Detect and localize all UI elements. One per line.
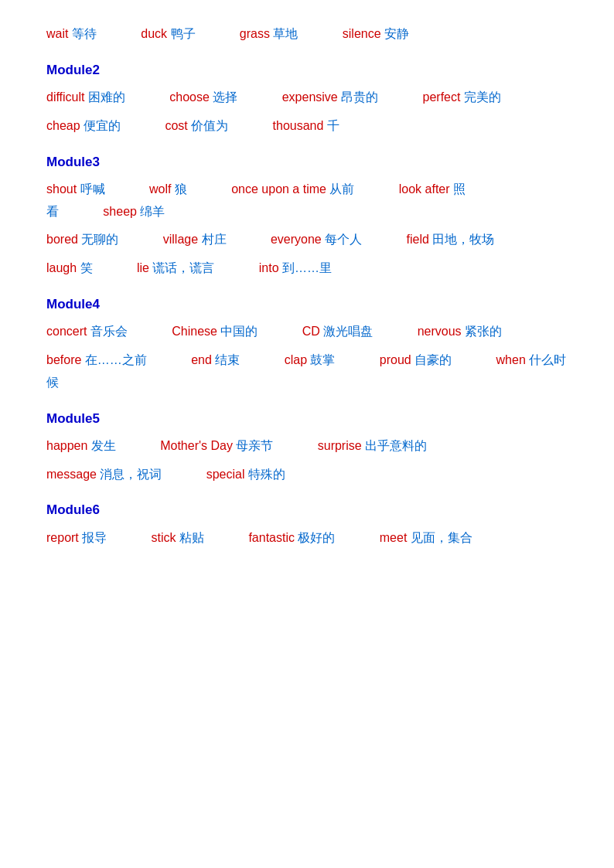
vocab-line: bored 无聊的 village 村庄 everyone 每个人 field … xyxy=(46,229,568,251)
module-title-module2: Module2 xyxy=(46,60,568,80)
vocab-pair: Chinese 中国的 xyxy=(162,325,258,338)
vocab-pair: before 在……之前 xyxy=(46,353,147,366)
vocab-pair: special 特殊的 xyxy=(196,468,285,481)
vocab-line: difficult 困难的 choose 选择 expensive 昂贵的 pe… xyxy=(46,87,568,109)
english-word: concert xyxy=(46,325,87,338)
english-word: field xyxy=(407,233,429,246)
vocab-line: cheap 便宜的 cost 价值为 thousand 千 xyxy=(46,115,568,138)
chinese-translation: 自豪的 xyxy=(414,353,452,366)
vocab-pair: thousand 千 xyxy=(262,119,339,132)
chinese-translation: 在……之前 xyxy=(85,353,147,366)
vocab-pair: surprise 出乎意料的 xyxy=(307,439,427,452)
english-word: wolf xyxy=(149,182,171,196)
english-word: proud xyxy=(380,353,411,366)
chinese-translation: 完美的 xyxy=(464,90,501,104)
chinese-translation: 笑 xyxy=(80,261,93,274)
chinese-translation: 价值为 xyxy=(191,119,228,132)
vocab-pair: message 消息，祝词 xyxy=(46,468,162,481)
chinese-translation: 草地 xyxy=(273,27,298,40)
vocab-pair: laugh 笑 xyxy=(46,261,93,274)
vocab-pair: wolf 狼 xyxy=(139,182,187,196)
chinese-translation: 母亲节 xyxy=(236,439,273,452)
english-word: happen xyxy=(46,439,87,452)
chinese-translation: 每个人 xyxy=(325,233,362,246)
english-word: message xyxy=(46,468,97,481)
vocab-pair: fantastic 极好的 xyxy=(238,531,335,544)
vocab-line: concert 音乐会 Chinese 中国的 CD 激光唱盘 nervous … xyxy=(46,321,568,343)
vocab-pair: concert 音乐会 xyxy=(46,325,128,338)
chinese-translation: 便宜的 xyxy=(84,119,121,132)
chinese-translation: 鸭子 xyxy=(171,27,196,40)
english-word: Chinese xyxy=(172,325,217,338)
chinese-translation: 无聊的 xyxy=(81,233,118,246)
chinese-translation: 到……里 xyxy=(282,261,332,274)
chinese-translation: 安静 xyxy=(384,27,409,40)
chinese-translation: 狼 xyxy=(175,182,187,196)
english-word: nervous xyxy=(418,325,462,338)
vocab-line: shout 呼喊 wolf 狼 once upon a time 从前 look… xyxy=(46,179,568,223)
vocab-pair: choose 选择 xyxy=(159,90,237,104)
english-word: stick xyxy=(152,531,176,544)
vocab-pair: grass 草地 xyxy=(230,27,298,40)
vocab-pair: everyone 每个人 xyxy=(261,233,363,246)
vocab-pair: silence 安静 xyxy=(332,27,409,40)
vocab-line: happen 发生 Mother's Day 母亲节 surprise 出乎意料… xyxy=(46,435,568,458)
chinese-translation: 特殊的 xyxy=(248,468,285,481)
vocab-pair: into 到……里 xyxy=(248,261,332,274)
english-word: expensive xyxy=(282,90,338,104)
chinese-translation: 极好的 xyxy=(298,531,335,544)
english-word: lie xyxy=(137,261,149,274)
module-title-module4: Module4 xyxy=(46,294,568,315)
vocab-line: before 在……之前 end 结束 clap 鼓掌 proud 自豪的 wh… xyxy=(46,349,568,394)
chinese-translation: 中国的 xyxy=(220,325,258,338)
english-word: Mother's Day xyxy=(160,439,233,452)
chinese-translation: 昂贵的 xyxy=(341,90,378,104)
vocab-pair: report 报导 xyxy=(46,531,107,544)
english-word: CD xyxy=(302,325,320,338)
english-word: bored xyxy=(46,233,78,246)
chinese-translation: 粘贴 xyxy=(179,531,204,544)
chinese-translation: 鼓掌 xyxy=(310,353,335,366)
english-word: difficult xyxy=(46,90,85,104)
english-word: everyone xyxy=(271,233,322,246)
english-word: end xyxy=(191,353,212,366)
vocab-pair: happen 发生 xyxy=(46,439,116,452)
vocab-pair: nervous 紧张的 xyxy=(407,325,502,338)
vocab-pair: wait 等待 xyxy=(46,27,97,40)
english-word: when xyxy=(496,353,526,366)
english-word: thousand xyxy=(273,119,324,132)
vocab-pair: CD 激光唱盘 xyxy=(292,325,373,338)
chinese-translation: 结束 xyxy=(215,353,240,366)
english-word: cost xyxy=(165,119,187,132)
english-word: fantastic xyxy=(248,531,295,544)
chinese-translation: 呼喊 xyxy=(80,182,105,196)
vocab-pair: proud 自豪的 xyxy=(369,353,452,366)
main-content: wait 等待 duck 鸭子 grass 草地 silence 安静Modul… xyxy=(46,23,568,549)
english-word: wait xyxy=(46,27,68,40)
module-title-module5: Module5 xyxy=(46,408,568,429)
chinese-translation: 绵羊 xyxy=(140,205,165,218)
chinese-translation: 千 xyxy=(327,119,339,132)
vocab-pair: lie 谎话，谎言 xyxy=(127,261,215,274)
english-word: before xyxy=(46,353,81,366)
module-title-module6: Module6 xyxy=(46,499,568,520)
english-word: village xyxy=(163,233,198,246)
english-word: surprise xyxy=(318,439,362,452)
chinese-translation: 激光唱盘 xyxy=(323,325,373,338)
vocab-line: wait 等待 duck 鸭子 grass 草地 silence 安静 xyxy=(46,23,568,46)
vocab-pair: bored 无聊的 xyxy=(46,233,118,246)
vocab-pair: end 结束 xyxy=(181,353,240,366)
vocab-line: laugh 笑 lie 谎话，谎言 into 到……里 xyxy=(46,257,568,280)
english-word: shout xyxy=(46,182,77,196)
vocab-pair: shout 呼喊 xyxy=(46,182,105,196)
english-word: look after xyxy=(399,182,450,196)
english-word: report xyxy=(46,531,79,544)
english-word: sheep xyxy=(103,205,137,218)
english-word: cheap xyxy=(46,119,80,132)
vocab-pair: expensive 昂贵的 xyxy=(271,90,378,104)
chinese-translation: 出乎意料的 xyxy=(365,439,427,452)
chinese-translation: 发生 xyxy=(91,439,116,452)
vocab-pair: field 田地，牧场 xyxy=(396,233,494,246)
chinese-translation: 等待 xyxy=(72,27,97,40)
vocab-pair: clap 鼓掌 xyxy=(274,353,335,366)
